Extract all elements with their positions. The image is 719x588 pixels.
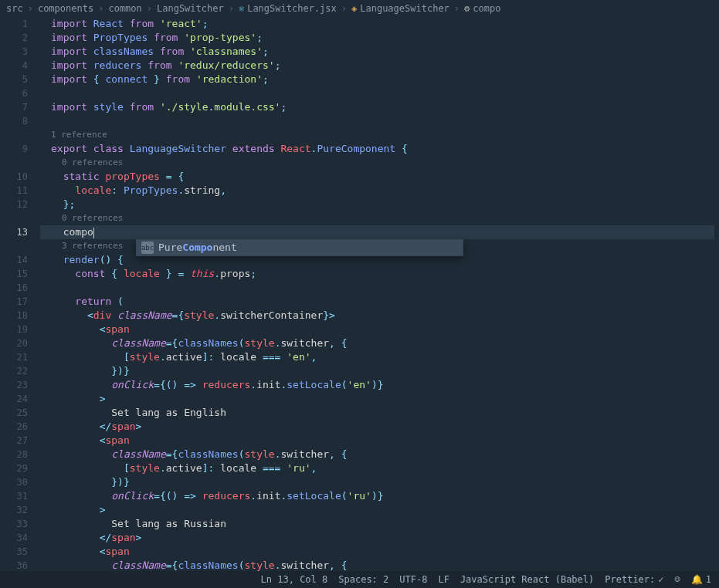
status-notifications[interactable]: 🔔1: [691, 574, 711, 585]
status-encoding[interactable]: UTF-8: [399, 574, 427, 585]
status-bar: Ln 13, Col 8 Spaces: 2 UTF-8 LF JavaScri…: [0, 571, 719, 588]
crumb-common[interactable]: common: [108, 3, 141, 14]
codelens-reference[interactable]: 1 reference: [40, 128, 714, 142]
crumb-folder[interactable]: LangSwitcher: [157, 3, 224, 14]
autocomplete-popup[interactable]: abc PureComponent: [136, 239, 463, 256]
editor[interactable]: 12345 678 9 101112 13 1415161718 1920212…: [0, 17, 719, 571]
class-icon: ◈: [351, 3, 357, 14]
check-icon: ✓: [658, 574, 663, 585]
crumb-components[interactable]: components: [38, 3, 93, 14]
crumb-class[interactable]: ◈LanguageSwitcher: [351, 3, 449, 14]
status-spaces[interactable]: Spaces: 2: [338, 574, 388, 585]
breadcrumb: src› components› common› LangSwitcher› ⚛…: [0, 0, 719, 17]
suggest-kind-icon: abc: [141, 242, 154, 254]
minimap[interactable]: [714, 17, 719, 571]
status-language[interactable]: JavaScript React (Babel): [460, 574, 594, 585]
smile-icon: ☺: [675, 574, 680, 585]
crumb-file[interactable]: ⚛LangSwitcher.jsx: [239, 3, 337, 14]
codelens-reference[interactable]: 0 references: [40, 156, 714, 170]
react-icon: ⚛: [239, 3, 244, 14]
line-number-gutter: 12345 678 9 101112 13 1415161718 1920212…: [0, 17, 40, 571]
status-prettier[interactable]: Prettier: ✓: [605, 574, 663, 585]
status-feedback[interactable]: ☺: [675, 574, 680, 585]
suggest-item[interactable]: abc PureComponent: [137, 240, 463, 255]
status-lncol[interactable]: Ln 13, Col 8: [261, 574, 328, 585]
codelens-reference[interactable]: 0 references: [40, 211, 714, 225]
code-area[interactable]: import React from 'react'; import PropTy…: [40, 17, 714, 571]
crumb-symbol[interactable]: ⚙compo: [464, 3, 500, 14]
method-icon: ⚙: [464, 3, 470, 14]
current-line[interactable]: compo: [40, 225, 714, 239]
status-eol[interactable]: LF: [438, 574, 449, 585]
bell-icon: 🔔: [691, 574, 703, 585]
crumb-src[interactable]: src: [6, 3, 23, 14]
